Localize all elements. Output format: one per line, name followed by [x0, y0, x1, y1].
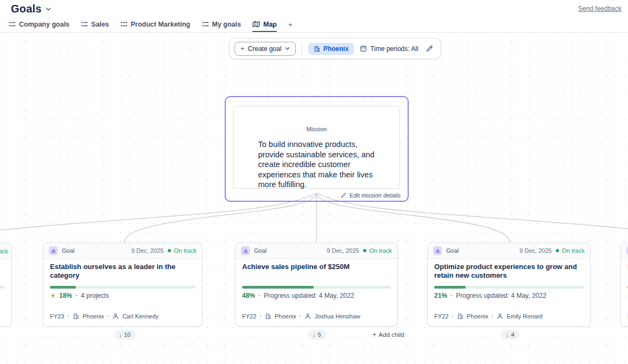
time-periods-label: Time periods: All: [370, 45, 418, 53]
separator-dot: [259, 313, 262, 320]
tab-label: Company goals: [19, 21, 69, 28]
progress-row: 18% 4 projects: [50, 292, 109, 299]
progress-fill: [242, 286, 314, 289]
progress-meta: 4 projects: [81, 292, 109, 299]
time-periods-filter[interactable]: Time periods: All: [360, 45, 418, 53]
org-label: Phoenix: [275, 313, 296, 320]
goal-card-footer: FY23 Phoenix Carl Kennedy: [50, 313, 198, 320]
goal-card-header: Goal 9 Dec, 2025 On track: [43, 243, 202, 259]
chevron-down-icon[interactable]: [46, 7, 51, 12]
create-goal-button[interactable]: Create goal: [234, 42, 296, 56]
workspace-chip-label: Phoenix: [323, 45, 349, 53]
status-badge: On track: [556, 247, 585, 254]
tab-sales[interactable]: Sales: [81, 17, 109, 32]
progress-bar: [0, 286, 5, 289]
tab-product-marketing[interactable]: Product Marketing: [120, 17, 191, 32]
org-building-icon: [314, 46, 320, 52]
person-icon: [497, 313, 503, 320]
goal-card-partial-right[interactable]: Goal I 1 F: [620, 242, 628, 327]
goal-card-header: Goal 9 Dec, 2025 On track: [236, 243, 397, 259]
page-title: Goals: [11, 3, 42, 15]
goal-icon: [433, 246, 442, 255]
workspace-filter-chip[interactable]: Phoenix: [308, 43, 354, 55]
expand-children-badge[interactable]: 4: [501, 330, 519, 340]
children-count: 5: [318, 331, 321, 338]
owner-label: Emily Renard: [506, 313, 542, 320]
toolbar-divider: [302, 42, 302, 55]
progress-row: 48% Progress updated: 4 May, 2022: [242, 292, 354, 299]
goal-card[interactable]: Goal 9 Dec, 2025 On track Achieve sales …: [235, 242, 398, 327]
org-building-icon: [73, 313, 79, 320]
goal-card[interactable]: Goal 9 Dec, 2025 On track Optimize produ…: [427, 242, 591, 327]
progress-row: 21% Progress updated: 4 May, 2022: [434, 292, 547, 299]
expand-children-badge[interactable]: 5: [308, 330, 326, 340]
chevron-down-icon: [285, 46, 290, 51]
add-child-button[interactable]: Add child: [372, 331, 404, 338]
goal-list-icon: [202, 21, 209, 28]
separator-dot: [452, 313, 454, 320]
tab-label: My goals: [212, 21, 242, 28]
org-building-icon: [265, 313, 271, 320]
goal-list-icon: [81, 21, 88, 28]
separator-dot: [107, 313, 110, 320]
status-label: On track: [174, 247, 196, 254]
status-badge: On track: [168, 247, 196, 254]
status-label: On track: [562, 247, 585, 254]
goal-title[interactable]: Establish ourselves as a leader in the c…: [50, 263, 195, 279]
goal-type-label: Goal: [254, 247, 267, 254]
separator-dot: [258, 292, 261, 299]
progress-percent: 48%: [242, 292, 255, 299]
arrow-down-icon: [313, 331, 316, 338]
progress-bar: [50, 286, 195, 289]
status-label: On track: [369, 247, 392, 254]
goal-card-footer: FY22 Phoenix Joshua Henshaw: [242, 313, 393, 320]
tab-label: Map: [263, 21, 277, 28]
mission-card: Mission To build innovative products, pr…: [233, 106, 400, 189]
goal-title[interactable]: Optimize product experiences to grow and…: [434, 263, 583, 279]
separator-dot: [67, 313, 69, 320]
edit-filters-button[interactable]: [426, 44, 434, 53]
owner-label: Carl Kennedy: [122, 313, 158, 320]
status-dot-icon: [556, 249, 559, 252]
expand-children-badge[interactable]: 10: [114, 330, 136, 340]
person-icon: [112, 313, 119, 320]
goal-date: 9 Dec, 2025: [519, 247, 551, 254]
goal-icon: [241, 246, 250, 255]
status-dot-icon: [363, 249, 366, 252]
tab-label: Product Marketing: [131, 21, 191, 28]
org-building-icon: [457, 313, 464, 320]
mission-label: Mission: [234, 126, 399, 132]
progress-bar: [434, 286, 583, 289]
edit-mission-button[interactable]: Edit mission details: [340, 192, 401, 199]
goal-date: 9 Dec, 2025: [327, 247, 359, 254]
progress-meta: Progress updated: 4 May, 2022: [264, 292, 354, 299]
goal-card-header: Goal: [621, 243, 628, 259]
separator-dot: [492, 313, 494, 320]
tab-company-goals[interactable]: Company goals: [9, 17, 69, 32]
time-period-label: FY23: [50, 313, 64, 320]
add-tab-button[interactable]: [288, 17, 293, 32]
goal-card-partial-left[interactable]: rack: [0, 242, 12, 327]
progress-fill: [434, 286, 466, 289]
owner-label: Joshua Henshaw: [314, 313, 360, 320]
goal-icon: [49, 246, 58, 255]
time-period-label: FY22: [434, 313, 448, 320]
view-tabbar: Company goals Sales Product Marketing My…: [0, 17, 628, 33]
children-count: 10: [124, 331, 131, 338]
tab-my-goals[interactable]: My goals: [202, 17, 242, 32]
org-label: Phoenix: [467, 313, 489, 320]
pencil-icon: [426, 44, 434, 53]
mission-node[interactable]: Mission To build innovative products, pr…: [225, 96, 409, 202]
time-period-label: FY22: [242, 313, 256, 320]
children-count: 4: [511, 331, 515, 338]
goal-card[interactable]: Goal 9 Dec, 2025 On track Establish ours…: [43, 242, 202, 327]
goal-card-header: rack: [0, 243, 11, 259]
send-feedback-link[interactable]: Send feedback: [578, 5, 621, 12]
progress-bar: [242, 286, 391, 289]
status-dot-icon: [168, 249, 171, 252]
goal-title[interactable]: Achieve sales pipeline of $250M: [242, 263, 391, 271]
tab-map[interactable]: Map: [252, 17, 277, 32]
person-icon: [305, 313, 311, 320]
goal-card-footer: FY22 Phoenix Emily Renard: [434, 313, 586, 320]
edit-mission-label: Edit mission details: [350, 192, 401, 199]
